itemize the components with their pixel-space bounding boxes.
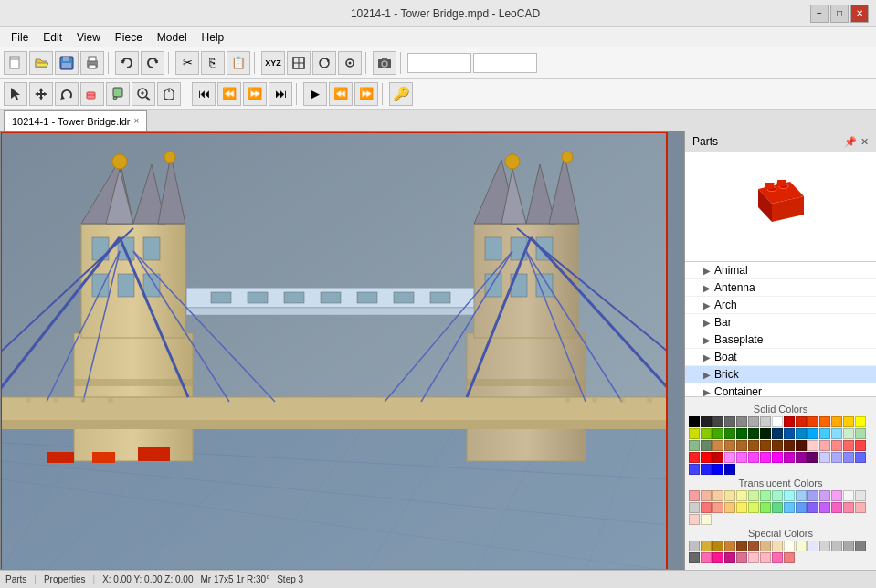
color-swatch[interactable]	[760, 541, 771, 551]
color-swatch[interactable]	[748, 452, 759, 463]
color-swatch[interactable]	[843, 440, 854, 451]
color-swatch[interactable]	[784, 541, 795, 551]
color-swatch[interactable]	[819, 452, 830, 463]
color-swatch[interactable]	[724, 428, 735, 439]
color-swatch[interactable]	[689, 464, 700, 475]
parts-tab[interactable]: Parts	[5, 574, 26, 584]
color-swatch[interactable]	[748, 428, 759, 439]
color-swatch[interactable]	[807, 416, 818, 427]
parts-item-brick[interactable]: ▶ Brick	[685, 366, 876, 383]
tab-close-button[interactable]: ×	[133, 116, 139, 126]
color-swatch[interactable]	[724, 452, 735, 463]
color-swatch[interactable]	[807, 502, 818, 513]
color-swatch[interactable]	[831, 416, 842, 427]
color-swatch[interactable]	[855, 490, 866, 501]
color-swatch[interactable]	[689, 502, 700, 513]
menu-piece[interactable]: Piece	[108, 29, 150, 46]
color-swatch[interactable]	[843, 452, 854, 463]
anim-prev-button[interactable]: ⏪	[329, 82, 353, 106]
toolbar-input1[interactable]	[407, 53, 471, 73]
color-swatch[interactable]	[701, 428, 712, 439]
color-swatch[interactable]	[843, 502, 854, 513]
transform-button[interactable]	[287, 51, 311, 75]
color-swatch[interactable]	[712, 490, 723, 501]
color-swatch[interactable]	[701, 416, 712, 427]
rotate-tool-button[interactable]	[55, 82, 79, 106]
pan-tool-button[interactable]	[157, 82, 181, 106]
color-swatch[interactable]	[689, 452, 700, 463]
color-swatch[interactable]	[748, 440, 759, 451]
select-tool-button[interactable]	[4, 82, 27, 106]
color-swatch[interactable]	[819, 428, 830, 439]
color-swatch[interactable]	[689, 490, 700, 501]
color-swatch[interactable]	[807, 428, 818, 439]
color-swatch[interactable]	[796, 416, 807, 427]
color-swatch[interactable]	[701, 514, 712, 525]
zoom-window-button[interactable]	[132, 82, 155, 106]
color-swatch[interactable]	[831, 490, 842, 501]
color-swatch[interactable]	[736, 452, 747, 463]
panel-pin-button[interactable]: 📌	[844, 136, 857, 148]
window-controls[interactable]: − □ ✕	[810, 5, 869, 23]
color-swatch[interactable]	[736, 541, 747, 551]
color-swatch[interactable]	[796, 502, 807, 513]
color-swatch[interactable]	[724, 502, 735, 513]
anim-next-button[interactable]: ⏩	[354, 82, 378, 106]
color-swatch[interactable]	[712, 416, 723, 427]
color-swatch[interactable]	[701, 464, 712, 475]
color-swatch[interactable]	[736, 502, 747, 513]
color-swatch[interactable]	[843, 541, 854, 551]
color-swatch[interactable]	[843, 490, 854, 501]
color-swatch[interactable]	[736, 416, 747, 427]
color-swatch[interactable]	[796, 541, 807, 551]
color-swatch[interactable]	[855, 416, 866, 427]
color-swatch[interactable]	[784, 416, 795, 427]
color-swatch[interactable]	[796, 428, 807, 439]
color-swatch[interactable]	[819, 502, 830, 513]
color-swatch[interactable]	[796, 452, 807, 463]
color-swatch[interactable]	[712, 440, 723, 451]
camera-button[interactable]	[373, 51, 396, 75]
cut-button[interactable]: ✂	[175, 51, 199, 75]
maximize-button[interactable]: □	[830, 5, 849, 23]
menu-help[interactable]: Help	[195, 29, 232, 46]
parts-category-list[interactable]: ▶ Animal ▶ Antenna ▶ Arch ▶ Bar ▶ Basepl…	[685, 262, 876, 397]
color-swatch[interactable]	[760, 428, 771, 439]
color-swatch[interactable]	[843, 428, 854, 439]
menu-model[interactable]: Model	[150, 29, 195, 46]
color-swatch[interactable]	[712, 541, 723, 551]
color-swatch[interactable]	[748, 502, 759, 513]
color-swatch[interactable]	[807, 452, 818, 463]
parts-item-baseplate[interactable]: ▶ Baseplate	[685, 331, 876, 349]
color-swatch[interactable]	[712, 452, 723, 463]
color-swatch[interactable]	[772, 490, 783, 501]
color-swatch[interactable]	[701, 552, 712, 563]
color-swatch[interactable]	[724, 490, 735, 501]
color-swatch[interactable]	[760, 452, 771, 463]
color-swatch[interactable]	[831, 541, 842, 551]
parts-item-container[interactable]: ▶ Container	[685, 383, 876, 397]
color-swatch[interactable]	[760, 440, 771, 451]
color-swatch[interactable]	[819, 490, 830, 501]
color-swatch[interactable]	[831, 502, 842, 513]
color-swatch[interactable]	[784, 502, 795, 513]
color-swatch[interactable]	[855, 502, 866, 513]
minimize-button[interactable]: −	[810, 5, 829, 23]
anim-play-button[interactable]: ▶	[303, 82, 327, 106]
color-swatch[interactable]	[772, 428, 783, 439]
color-swatch[interactable]	[760, 502, 771, 513]
color-swatch[interactable]	[831, 428, 842, 439]
color-swatch[interactable]	[796, 490, 807, 501]
color-swatch[interactable]	[760, 552, 771, 563]
color-swatch[interactable]	[701, 541, 712, 551]
color-swatch[interactable]	[712, 464, 723, 475]
color-swatch[interactable]	[784, 428, 795, 439]
move-tool-button[interactable]	[29, 82, 53, 106]
step-first-button[interactable]: ⏮	[192, 82, 216, 106]
paste-button[interactable]: 📋	[227, 51, 250, 75]
color-swatch[interactable]	[784, 552, 795, 563]
color-swatch[interactable]	[724, 541, 735, 551]
color-swatch[interactable]	[689, 541, 700, 551]
color-swatch[interactable]	[701, 490, 712, 501]
print-button[interactable]	[80, 51, 104, 75]
